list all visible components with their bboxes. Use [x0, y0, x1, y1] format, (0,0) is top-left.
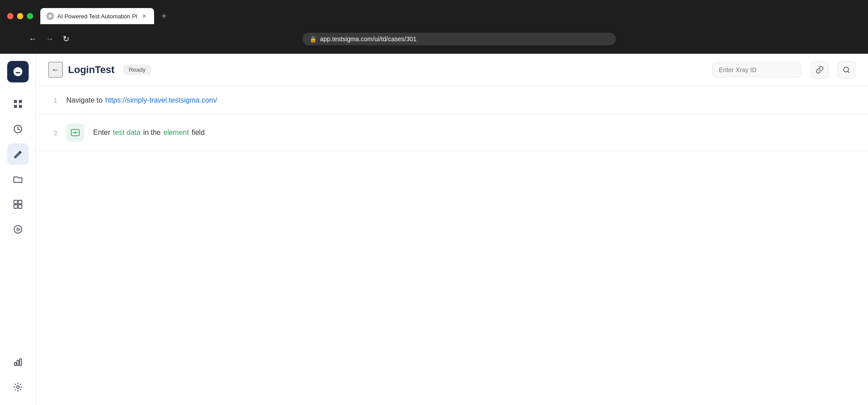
close-traffic-light[interactable] — [7, 13, 13, 19]
reload-button[interactable]: ↻ — [61, 32, 71, 46]
app-layout: ← LoginTest Ready — [0, 54, 868, 405]
svg-rect-12 — [18, 205, 22, 208]
page-title: LoginTest — [68, 64, 114, 76]
link-icon — [816, 66, 824, 74]
sidebar — [0, 54, 36, 405]
sidebar-item-dashboard[interactable] — [7, 118, 29, 140]
svg-rect-9 — [14, 200, 17, 204]
main-content: ← LoginTest Ready — [36, 54, 868, 405]
step-navigate-url[interactable]: https://simply-travel.testsigma.com/ — [105, 96, 217, 104]
link-button[interactable] — [811, 61, 829, 79]
address-bar[interactable]: 🔒 app.testsigma.com/ui/td/cases/301 — [302, 33, 616, 45]
search-icon — [842, 66, 851, 74]
traffic-lights — [7, 13, 33, 19]
step-enter-label: Enter — [93, 129, 110, 137]
svg-rect-15 — [17, 360, 19, 366]
browser-title-bar: AI Powered Test Automation Pl ✕ + — [0, 0, 868, 27]
svg-rect-14 — [14, 362, 16, 366]
tab-bar: AI Powered Test Automation Pl ✕ + — [40, 8, 170, 24]
folder-icon — [13, 174, 23, 184]
pencil-icon — [13, 149, 23, 159]
sidebar-logo[interactable] — [7, 61, 29, 82]
tab-favicon — [47, 13, 54, 20]
svg-rect-7 — [19, 105, 22, 108]
svg-rect-16 — [20, 359, 21, 366]
settings-icon — [13, 382, 23, 392]
sidebar-item-runs[interactable] — [7, 219, 29, 240]
steps-area: 1 Navigate to https://simply-travel.test… — [36, 86, 868, 405]
svg-point-13 — [14, 226, 21, 233]
tab-title: AI Powered Test Automation Pl — [57, 13, 137, 20]
lock-icon: 🔒 — [309, 36, 317, 43]
svg-rect-2 — [15, 71, 21, 72]
browser-tab-active[interactable]: AI Powered Test Automation Pl ✕ — [40, 8, 154, 24]
back-nav-button[interactable]: ← — [27, 33, 39, 46]
step-element-param[interactable]: element — [163, 129, 189, 137]
svg-rect-10 — [18, 200, 22, 204]
minimize-traffic-light[interactable] — [17, 13, 23, 19]
address-text: app.testsigma.com/ui/td/cases/301 — [320, 35, 417, 43]
step-icon-wrap — [66, 124, 84, 142]
step-in-the-label: in the — [143, 129, 161, 137]
xray-id-input[interactable] — [719, 66, 791, 73]
grid-icon — [13, 199, 23, 209]
back-button[interactable]: ← — [48, 62, 63, 78]
tab-close-button[interactable]: ✕ — [141, 13, 148, 20]
step-number: 2 — [48, 129, 57, 137]
svg-rect-6 — [14, 105, 17, 108]
browser-address-bar: ← → ↻ 🔒 app.testsigma.com/ui/td/cases/30… — [0, 27, 868, 51]
sidebar-item-grid[interactable] — [7, 194, 29, 215]
search-button[interactable] — [838, 61, 855, 79]
sidebar-item-reports[interactable] — [7, 351, 29, 373]
dashboard-icon — [13, 124, 23, 134]
forward-nav-button[interactable]: → — [44, 33, 56, 46]
svg-rect-3 — [16, 73, 20, 74]
step-row: 1 Navigate to https://simply-travel.test… — [36, 86, 868, 115]
svg-point-1 — [17, 68, 19, 70]
svg-rect-11 — [14, 205, 17, 208]
maximize-traffic-light[interactable] — [27, 13, 33, 19]
step-text: Enter test data in the element field — [93, 129, 205, 137]
sidebar-item-folders[interactable] — [7, 168, 29, 190]
apps-grid-icon — [13, 99, 23, 109]
sidebar-item-test-cases[interactable] — [7, 143, 29, 165]
status-badge: Ready — [123, 65, 151, 75]
svg-rect-5 — [19, 100, 22, 103]
sidebar-item-apps[interactable] — [7, 93, 29, 115]
logo-icon — [12, 65, 24, 78]
bar-chart-icon — [13, 357, 23, 367]
step-element-icon — [70, 128, 80, 138]
sidebar-item-settings[interactable] — [7, 376, 29, 398]
step-test-data-param[interactable]: test data — [113, 129, 140, 137]
step-navigate-label: Navigate to — [66, 96, 103, 104]
new-tab-button[interactable]: + — [158, 10, 170, 22]
step-number: 1 — [48, 96, 57, 104]
step-row: 2 Enter test data in the element field — [36, 115, 868, 151]
svg-point-22 — [74, 132, 76, 134]
step-text: Navigate to https://simply-travel.testsi… — [66, 96, 217, 104]
xray-input-wrap — [712, 62, 802, 78]
svg-rect-4 — [14, 100, 17, 103]
play-circle-icon — [13, 224, 23, 234]
svg-point-0 — [48, 14, 52, 18]
page-header: ← LoginTest Ready — [36, 54, 868, 86]
svg-point-17 — [17, 386, 19, 388]
browser-chrome: AI Powered Test Automation Pl ✕ + ← → ↻ … — [0, 0, 868, 54]
step-field-label: field — [192, 129, 205, 137]
